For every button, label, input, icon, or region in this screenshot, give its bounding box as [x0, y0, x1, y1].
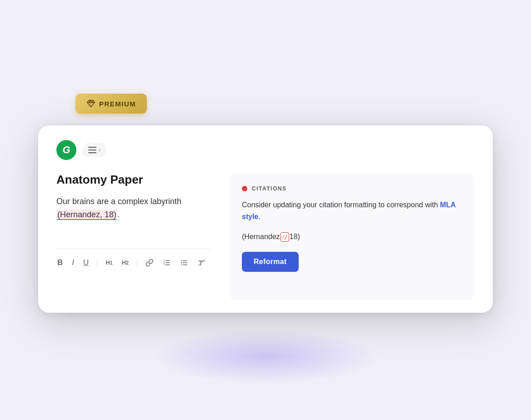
- citation-underline: (Hernandez, 18): [57, 210, 116, 220]
- hamburger-lines: [88, 147, 96, 153]
- doc-title: Anatomy Paper: [56, 173, 211, 187]
- top-bar: G ›: [56, 140, 475, 160]
- premium-label: PREMIUM: [99, 100, 136, 108]
- suggestion-header: CITATIONS: [242, 185, 462, 192]
- suggestion-panel: CITATIONS Consider updating your citatio…: [229, 173, 475, 300]
- doc-body: Our brains are a complex labyrinth (Hern…: [56, 195, 211, 221]
- hamburger-line-2: [88, 150, 96, 150]
- citation-preview-before: (Hernandez: [242, 233, 280, 241]
- doc-text-before: Our brains are a complex labyrinth: [56, 197, 181, 206]
- formatting-toolbar: B I U H1 H2: [56, 249, 211, 268]
- suggestion-body: Consider updating your citation formatti…: [242, 199, 462, 223]
- premium-badge: PREMIUM: [75, 94, 147, 114]
- hamburger-menu-button[interactable]: ›: [83, 143, 106, 157]
- doc-text-after: .: [117, 210, 120, 219]
- toolbar-separator-1: [97, 259, 97, 267]
- suggestion-text-before: Consider updating your citation formatti…: [242, 201, 440, 209]
- reformat-button[interactable]: Reformat: [242, 252, 299, 272]
- ordered-list-icon[interactable]: 1 2 3: [162, 258, 172, 268]
- citation-text: (Hernandez, 18): [56, 210, 117, 220]
- grammarly-logo: G: [56, 140, 76, 160]
- toolbar-separator-2: [137, 259, 137, 267]
- svg-point-10: [181, 262, 182, 263]
- link-icon[interactable]: [145, 258, 155, 268]
- suggestion-category: CITATIONS: [252, 185, 286, 192]
- background-glow: [152, 329, 379, 384]
- editor-section: Anatomy Paper Our brains are a complex l…: [56, 173, 211, 268]
- citation-preview-after: 18): [290, 233, 300, 241]
- main-card: G › Anatomy Paper Our brains are a compl…: [38, 125, 493, 313]
- hamburger-line-3: [88, 152, 96, 153]
- svg-point-9: [181, 260, 182, 261]
- correction-box: //: [281, 232, 289, 242]
- hamburger-line-1: [88, 147, 96, 148]
- diamond-icon: [86, 99, 95, 108]
- svg-text:3: 3: [164, 263, 165, 266]
- suggestion-text-after: .: [258, 213, 260, 220]
- strikethrough-icon: /: [283, 234, 284, 240]
- underline-button[interactable]: U: [82, 257, 90, 268]
- outer-container: PREMIUM G › Anatomy Paper: [38, 107, 493, 313]
- hamburger-arrow-icon: ›: [99, 147, 100, 153]
- svg-line-14: [198, 260, 205, 266]
- citation-preview: (Hernandez // 18): [242, 232, 462, 242]
- unordered-list-icon[interactable]: [179, 258, 189, 268]
- italic-button[interactable]: I: [71, 257, 75, 268]
- svg-point-11: [181, 264, 182, 265]
- bold-button[interactable]: B: [56, 257, 64, 268]
- error-dot: [242, 186, 247, 191]
- clear-format-icon[interactable]: [196, 258, 206, 268]
- correction-char: /: [285, 233, 287, 241]
- content-area: Anatomy Paper Our brains are a complex l…: [56, 173, 475, 300]
- h1-button[interactable]: H1: [105, 258, 113, 267]
- h2-button[interactable]: H2: [121, 258, 130, 267]
